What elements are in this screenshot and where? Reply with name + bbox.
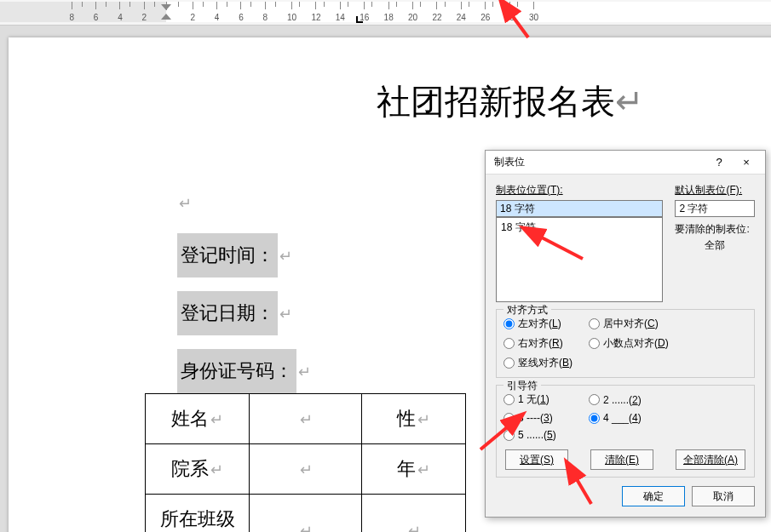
tab-position-label: 制表位位置(T):: [496, 183, 663, 197]
alignment-legend: 对齐方式: [503, 303, 551, 317]
align-right[interactable]: 右对齐(R): [503, 336, 578, 351]
align-bar[interactable]: 竖线对齐(B): [503, 356, 578, 370]
leader-1[interactable]: 1 无(1): [503, 392, 578, 407]
paragraph-mark-icon: ↵: [408, 523, 421, 532]
ruler-container: 864224681012141618202224262830: [0, 0, 771, 26]
leader-3[interactable]: 3 ----(3): [503, 412, 578, 424]
close-button[interactable]: ×: [733, 153, 760, 172]
leader-5[interactable]: 5 ......(5): [503, 429, 578, 441]
paragraph-mark-icon: ↵: [298, 363, 311, 380]
paragraph-mark-icon: ↵: [417, 411, 430, 428]
table-cell[interactable]: 所在班级↵: [146, 495, 250, 533]
horizontal-ruler[interactable]: 864224681012141618202224262830: [0, 2, 771, 22]
tab-stops-dialog: 制表位 ? × 制表位位置(T): 18 字符 默认制表位(F): 要清除的制表…: [485, 150, 766, 518]
help-button[interactable]: ?: [705, 153, 733, 172]
alignment-group: 对齐方式 左对齐(L)居中对齐(C)右对齐(R)小数点对齐(D)竖线对齐(B): [496, 309, 755, 378]
table-cell[interactable]: ↵: [250, 394, 362, 444]
dialog-title: 制表位: [494, 155, 705, 169]
document-table[interactable]: 姓名↵↵性↵院系↵↵年↵所在班级↵↵↵: [145, 393, 466, 532]
paragraph-mark-icon: ↵: [417, 461, 430, 478]
field-registration-time[interactable]: 登记时间：: [177, 233, 278, 277]
document-title-text: 社团招新报名表: [377, 83, 615, 121]
align-left[interactable]: 左对齐(L): [503, 317, 578, 331]
align-decimal[interactable]: 小数点对齐(D): [589, 336, 669, 351]
help-icon: ?: [716, 156, 722, 169]
tab-position-input[interactable]: [496, 200, 663, 217]
paragraph-mark-icon: ↵: [279, 248, 292, 265]
default-tab-label: 默认制表位(F):: [675, 183, 755, 197]
paragraph-mark-icon: ↵: [300, 523, 313, 532]
set-button[interactable]: 设置(S): [505, 449, 568, 470]
leader-group: 引导符 1 无(1)2 ......(2)3 ----(3)4 ___(4)5 …: [496, 385, 755, 478]
tab-stop-marker[interactable]: [356, 16, 363, 23]
paragraph-mark-icon: ↵: [300, 411, 313, 428]
leader-4[interactable]: 4 ___(4): [589, 412, 664, 424]
document-title: 社团招新报名表↵: [377, 78, 644, 125]
paragraph-mark-icon: ↵: [210, 411, 223, 428]
close-icon: ×: [743, 156, 750, 169]
field-id-number[interactable]: 身份证号码：: [177, 349, 296, 393]
ok-button[interactable]: 确定: [622, 486, 685, 506]
to-clear-value: 全部: [675, 238, 755, 253]
paragraph-mark-icon: ↵: [279, 306, 292, 323]
table-cell[interactable]: ↵: [362, 495, 466, 533]
align-center[interactable]: 居中对齐(C): [589, 317, 664, 331]
leader-legend: 引导符: [503, 379, 541, 393]
clear-all-button[interactable]: 全部清除(A): [676, 449, 745, 470]
table-cell[interactable]: 院系↵: [146, 444, 250, 495]
paragraph-mark-icon: ↵: [300, 461, 313, 478]
document-body[interactable]: ↵ 登记时间：↵ 登记日期：↵ 身份证号码：↵: [177, 182, 311, 393]
paragraph-mark-icon: ↵: [615, 83, 644, 120]
table-cell[interactable]: 性↵: [362, 394, 466, 444]
leader-2[interactable]: 2 ......(2): [589, 392, 664, 407]
table-cell[interactable]: ↵: [250, 444, 362, 495]
paragraph-mark-icon: ↵: [179, 195, 192, 212]
dialog-body: 制表位位置(T): 18 字符 默认制表位(F): 要清除的制表位: 全部 对齐…: [486, 174, 765, 517]
cancel-button[interactable]: 取消: [692, 486, 755, 506]
tab-list-item[interactable]: 18 字符: [498, 220, 660, 236]
paragraph-mark-icon: ↵: [210, 461, 223, 478]
table-cell[interactable]: 年↵: [362, 444, 466, 495]
field-registration-date[interactable]: 登记日期：: [177, 291, 278, 335]
to-clear-label: 要清除的制表位:: [675, 222, 755, 237]
clear-button[interactable]: 清除(E): [590, 449, 653, 470]
default-tab-input[interactable]: [675, 200, 755, 217]
tab-position-listbox[interactable]: 18 字符: [496, 217, 663, 302]
table-cell[interactable]: 姓名↵: [146, 394, 250, 444]
dialog-titlebar[interactable]: 制表位 ? ×: [486, 151, 765, 174]
table-cell[interactable]: ↵: [250, 495, 362, 533]
